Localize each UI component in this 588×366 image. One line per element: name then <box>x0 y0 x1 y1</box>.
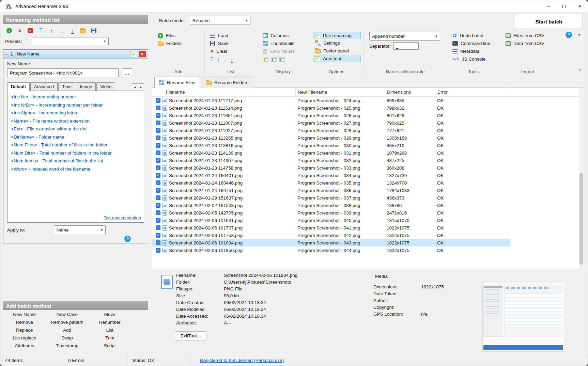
row-checkbox[interactable]: ✓ <box>156 158 160 163</box>
add-files-button[interactable]: +Files <box>158 32 202 39</box>
row-checkbox[interactable]: ✓ <box>156 248 160 253</box>
folder-panel-button[interactable]: Folder panel <box>315 47 361 55</box>
table-row[interactable]: ✓Screenshot 2024-02-06 101850.pngProgram… <box>152 246 510 254</box>
row-checkbox[interactable]: ✓ <box>156 106 160 110</box>
table-row[interactable]: ✓Screenshot 2024-02-06 101707.pngProgram… <box>152 224 510 232</box>
batch-method-add[interactable]: Add <box>46 327 88 333</box>
apply-to-dropdown[interactable]: Name ▾ <box>54 225 106 234</box>
pair-renaming-toggle[interactable]: ✓Pair renaming <box>313 32 361 39</box>
remove-method-button[interactable]: × <box>16 27 24 35</box>
method-remove-button[interactable]: × <box>139 51 146 57</box>
list-view-icon[interactable] <box>263 57 268 62</box>
batch-method-replace[interactable]: Replace <box>3 327 46 333</box>
minimize-button[interactable] <box>541 0 556 12</box>
tile-view-icon[interactable] <box>271 57 277 62</box>
table-row[interactable]: ✓Screenshot 2024-02-06 101753.pngProgram… <box>152 232 510 239</box>
method-tab-time[interactable]: Time <box>58 82 75 91</box>
batch-method-attributes[interactable]: Attributes <box>3 343 46 349</box>
row-checkbox[interactable]: ✓ <box>156 218 160 223</box>
undo-batch-button[interactable]: ↺Undo batch <box>452 32 497 39</box>
maximize-button[interactable] <box>556 0 572 12</box>
metadata-button[interactable]: Metadata <box>452 47 497 55</box>
gps-values-button[interactable]: GPS Values <box>263 47 306 55</box>
table-row[interactable]: ✓Screenshot 2024-01-23 111217.pngProgram… <box>152 97 510 104</box>
method-tab-default[interactable]: Default <box>7 82 30 91</box>
tab-rename-folders[interactable]: Rename Folders <box>201 77 253 88</box>
method-header[interactable]: − 1 : New Name ✓ × <box>3 50 148 59</box>
batch-method-new-name[interactable]: New Name <box>3 312 46 318</box>
batch-method-renumber[interactable]: Renumber <box>89 319 131 325</box>
table-row[interactable]: ✓Screenshot 2024-01-23 114307.pngProgram… <box>152 157 510 164</box>
command-line-button[interactable]: >_Command line <box>452 39 497 47</box>
row-checkbox[interactable]: ✓ <box>156 128 160 133</box>
row-checkbox[interactable]: ✓ <box>156 188 160 193</box>
data-from-csv-button[interactable]: Data from CSV <box>506 39 553 47</box>
method-tab-advanced[interactable]: Advanced <box>30 82 58 91</box>
table-row[interactable]: ✓Screenshot 2024-01-23 114139.pngProgram… <box>152 149 510 157</box>
save-list-button[interactable]: Save <box>210 39 254 47</box>
move-method-down-button[interactable]: ↓ <box>58 27 66 35</box>
remove-all-methods-button[interactable]: × <box>26 27 34 35</box>
settings-button[interactable]: Settings <box>315 39 361 47</box>
clear-list-button[interactable]: ×Clear <box>210 47 254 55</box>
presets-dropdown[interactable]: ▾ <box>32 37 109 45</box>
tab-rename-files[interactable]: Rename Files <box>154 77 200 88</box>
row-checkbox[interactable]: ✓ <box>156 233 160 238</box>
row-checkbox[interactable]: ✓ <box>156 121 160 125</box>
table-row[interactable]: ✓Screenshot 2024-01-23 111807.pngProgram… <box>152 119 510 127</box>
start-batch-button[interactable]: Start batch <box>515 14 583 29</box>
column-header-error[interactable]: Error <box>435 88 510 96</box>
batch-method-move[interactable]: Move <box>89 312 131 318</box>
batch-method-remove[interactable]: Remove <box>3 319 46 325</box>
tag-link[interactable]: <Num Files> - Total number of files in t… <box>11 141 107 149</box>
column-header-filename[interactable]: Filename <box>152 88 295 96</box>
row-checkbox[interactable]: ✓ <box>156 165 160 170</box>
row-checkbox[interactable]: ✓ <box>156 150 160 155</box>
collision-rule-dropdown[interactable]: Append number ▾ <box>369 32 440 41</box>
collapse-method-icon[interactable]: − <box>5 51 8 57</box>
method-help-icon[interactable]: ? <box>124 236 131 242</box>
row-checkbox[interactable]: ✓ <box>156 143 160 148</box>
table-row[interactable]: ✓Screenshot 2024-01-24 160751.pngProgram… <box>152 187 510 194</box>
tag-link[interactable]: <Inc Nr> - Incrementing number <box>11 93 76 101</box>
row-checkbox[interactable]: ✓ <box>156 98 160 103</box>
help-icon[interactable]: ? <box>566 32 572 38</box>
tag-link[interactable]: <Name> - File name without extension <box>11 117 90 125</box>
table-row[interactable]: ✓Screenshot 2024-01-23 113816.pngProgram… <box>152 142 510 149</box>
method-enabled-checkbox[interactable]: ✓ <box>130 51 137 57</box>
js-console-button[interactable]: </>JS Console <box>452 55 497 63</box>
method-tab-video[interactable]: Video <box>96 82 115 91</box>
row-checkbox[interactable]: ✓ <box>156 113 160 118</box>
row-checkbox[interactable]: ✓ <box>156 173 160 178</box>
batch-method-list-replace[interactable]: List replace <box>3 335 46 341</box>
new-name-input[interactable]: Program Screenshot - <Inc Nr:001> <box>7 68 119 77</box>
chevron-down-icon[interactable]: ▾ <box>578 33 580 37</box>
batch-mode-dropdown[interactable]: Rename ▾ <box>190 16 250 25</box>
table-row[interactable]: ✓Screenshot 2024-01-23 111651.pngProgram… <box>152 112 510 119</box>
table-row[interactable]: ✓Screenshot 2024-01-29 151637.pngProgram… <box>152 194 510 202</box>
scrollbar-thumb[interactable] <box>579 173 583 265</box>
tabs-scroll-right-button[interactable]: ▸ <box>138 83 144 90</box>
row-checkbox[interactable]: ✓ <box>156 240 160 245</box>
columns-button[interactable]: Columns <box>263 32 306 39</box>
batch-method-trim[interactable]: Trim <box>89 335 131 341</box>
move-file-top-button[interactable]: ↑ <box>211 57 213 63</box>
table-row[interactable]: ✓Screenshot 2024-01-24 160401.pngProgram… <box>152 172 510 179</box>
column-header-dimensions[interactable]: Dimensions <box>385 88 435 96</box>
move-method-top-button[interactable]: ↑ <box>37 27 45 35</box>
move-file-bottom-button[interactable]: ↓ <box>231 57 233 63</box>
save-preset-button[interactable] <box>90 27 98 35</box>
separator-input[interactable]: _ <box>393 42 419 50</box>
table-scrollbar[interactable] <box>579 88 584 269</box>
tag-link[interactable]: <DirName> - Folder name <box>11 133 64 141</box>
move-file-up-button[interactable]: ↑ <box>217 57 220 63</box>
table-row[interactable]: ✓Screenshot 2024-01-24 160446.pngProgram… <box>152 179 510 187</box>
table-row[interactable]: ✓Screenshot 2024-01-23 114758.pngProgram… <box>152 164 510 172</box>
tabs-scroll-left-button[interactable]: ◂ <box>132 83 138 90</box>
tag-link[interactable]: <Num Items> - Total number of files in t… <box>11 157 103 165</box>
new-name-browse-button[interactable]: ... <box>122 68 132 77</box>
collapse-ribbon-icon[interactable]: ∧ <box>578 67 582 72</box>
table-row[interactable]: ✓Screenshot 2024-02-06 101834.pngProgram… <box>152 239 510 246</box>
table-row[interactable]: ✓Screenshot 2024-02-05 142705.pngProgram… <box>152 209 510 217</box>
method-tab-image[interactable]: Image <box>76 82 96 91</box>
